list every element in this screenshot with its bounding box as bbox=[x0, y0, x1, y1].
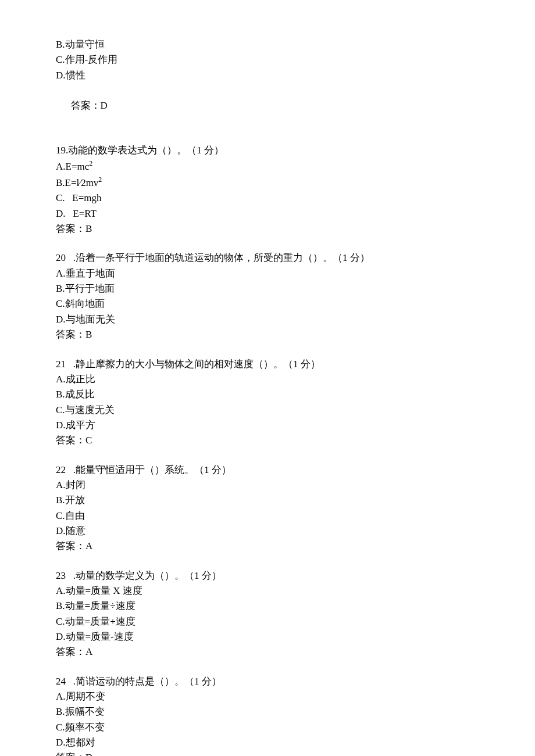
option-key: C. bbox=[56, 192, 72, 203]
option-key: B. bbox=[56, 600, 65, 611]
option-line: B.振幅不变 bbox=[56, 704, 479, 719]
option-text: 与地面无关 bbox=[66, 314, 115, 325]
option-sup: 2 bbox=[89, 159, 92, 167]
question-number: 21 bbox=[56, 359, 66, 370]
question-block: 23 .动量的数学定义为（）。（1 分）A.动量=质量 X 速度B.动量=质量÷… bbox=[56, 568, 479, 660]
option-line: B.成反比 bbox=[56, 387, 479, 402]
question-number: 19. bbox=[56, 145, 68, 156]
option-text: E=mgh bbox=[72, 192, 101, 203]
option-text: 动量=质量-速度 bbox=[66, 631, 134, 642]
block-gap bbox=[56, 660, 479, 674]
option-line: C.自由 bbox=[56, 508, 479, 524]
question-stem-text: .简谐运动的特点是（）。（1 分） bbox=[66, 676, 222, 687]
option-key: B. bbox=[56, 283, 65, 294]
question-stem: 23 .动量的数学定义为（）。（1 分） bbox=[56, 568, 479, 583]
option-line: D.与地面无关 bbox=[56, 312, 479, 327]
option-line: C.频率不变 bbox=[56, 720, 479, 735]
answer-line: 答案：D bbox=[56, 750, 479, 756]
document-page: B.动量守恒 C.作用-反作用 D.惯性 答案：D 19.动能的数学表达式为（）… bbox=[0, 0, 535, 756]
option-line: C.动量=质量+速度 bbox=[56, 614, 479, 629]
option-text: 垂直于地面 bbox=[66, 268, 115, 279]
option-line: C.作用-反作用 bbox=[56, 52, 479, 67]
option-text: 想都对 bbox=[66, 737, 95, 748]
option-text: 频率不变 bbox=[65, 722, 105, 733]
option-key: D. bbox=[56, 737, 66, 748]
option-line: A.成正比 bbox=[56, 372, 479, 387]
block-gap bbox=[56, 129, 479, 143]
questions-container: 19.动能的数学表达式为（）。（1 分）A.E=mc2B.E=l⁄2mv2C. … bbox=[56, 129, 479, 756]
block-gap bbox=[56, 237, 479, 250]
question-stem: 22 .能量守恒适用于（）系统。（1 分） bbox=[56, 463, 479, 478]
question-stem: 21 .静止摩擦力的大小与物体之间的相对速度（）。（1 分） bbox=[56, 357, 479, 372]
option-text: 开放 bbox=[65, 495, 85, 506]
question-stem-text: .沿着一条平行于地面的轨道运动的物体，所受的重力（）。（1 分） bbox=[66, 252, 370, 263]
option-text: 成正比 bbox=[66, 374, 95, 385]
option-line: B.动量=质量÷速度 bbox=[56, 599, 479, 614]
question-number: 24 bbox=[56, 676, 66, 687]
option-key: A. bbox=[56, 479, 66, 490]
option-line: A.垂直于地面 bbox=[56, 266, 479, 281]
option-line: C.与速度无关 bbox=[56, 403, 479, 418]
option-text: E=l⁄2mv bbox=[65, 177, 99, 188]
option-text: 自由 bbox=[65, 510, 85, 521]
option-line: A.动量=质量 X 速度 bbox=[56, 583, 479, 599]
option-text: 动量=质量 X 速度 bbox=[66, 585, 142, 596]
question-number: 23 bbox=[56, 570, 66, 581]
option-line: D.惯性 bbox=[56, 68, 479, 83]
question-stem-text: .能量守恒适用于（）系统。（1 分） bbox=[66, 464, 231, 475]
answer-value: D bbox=[85, 752, 92, 756]
question-stem: 20 .沿着一条平行于地面的轨道运动的物体，所受的重力（）。（1 分） bbox=[56, 250, 479, 266]
option-key: D. bbox=[56, 420, 66, 431]
option-key: B. bbox=[56, 706, 65, 717]
answer-value: B bbox=[85, 329, 92, 340]
answer-label: 答案： bbox=[56, 223, 85, 234]
question-number: 22 bbox=[56, 464, 66, 475]
option-key: C. bbox=[56, 510, 65, 521]
answer-value: D bbox=[101, 100, 108, 111]
option-text: E=RT bbox=[73, 208, 97, 219]
option-line: B.开放 bbox=[56, 493, 479, 508]
block-gap bbox=[56, 554, 479, 568]
option-key: A. bbox=[56, 374, 66, 385]
option-text: 随意 bbox=[66, 525, 85, 536]
answer-label: 答案： bbox=[71, 100, 101, 111]
option-key: D. bbox=[56, 631, 66, 642]
question-stem: 19.动能的数学表达式为（）。（1 分） bbox=[56, 143, 479, 158]
question-stem-text: 动能的数学表达式为（）。（1 分） bbox=[68, 145, 224, 156]
option-key: A. bbox=[56, 691, 66, 702]
option-line: D.想都对 bbox=[56, 735, 479, 750]
option-text: 振幅不变 bbox=[65, 706, 105, 717]
option-text: 动量=质量÷速度 bbox=[65, 600, 135, 611]
answer-value: A bbox=[85, 540, 92, 551]
answer-value: B bbox=[85, 223, 92, 234]
question-stem-text: .静止摩擦力的大小与物体之间的相对速度（）。（1 分） bbox=[66, 359, 320, 370]
question-number: 20 bbox=[56, 252, 66, 263]
pre-options-block: B.动量守恒 C.作用-反作用 D.惯性 答案：D bbox=[56, 37, 479, 129]
option-key: A. bbox=[56, 268, 66, 279]
block-gap bbox=[56, 343, 479, 357]
option-key: D. bbox=[56, 208, 73, 219]
option-line: B.动量守恒 bbox=[56, 37, 479, 52]
option-line: C.斜向地面 bbox=[56, 296, 479, 311]
option-key: C. bbox=[56, 616, 65, 627]
question-block: 21 .静止摩擦力的大小与物体之间的相对速度（）。（1 分）A.成正比B.成反比… bbox=[56, 357, 479, 449]
option-text: 封闭 bbox=[66, 479, 85, 490]
answer-line: 答案：A bbox=[56, 644, 479, 660]
answer-line: 答案：B bbox=[56, 327, 479, 342]
option-text: 平行于地面 bbox=[65, 283, 115, 294]
answer-label: 答案： bbox=[56, 435, 85, 446]
answer-line: 答案：C bbox=[56, 433, 479, 448]
answer-value: C bbox=[85, 435, 92, 446]
option-text: E=mc bbox=[66, 161, 90, 172]
option-line: B.平行于地面 bbox=[56, 281, 479, 296]
option-line: D.动量=质量-速度 bbox=[56, 629, 479, 644]
option-text: 动量=质量+速度 bbox=[65, 616, 135, 627]
option-key: C. bbox=[56, 404, 65, 415]
option-key: B. bbox=[56, 177, 65, 188]
option-text: 斜向地面 bbox=[65, 298, 105, 309]
option-key: D. bbox=[56, 525, 66, 536]
option-key: C. bbox=[56, 298, 65, 309]
option-text: 与速度无关 bbox=[65, 404, 115, 415]
question-block: 24 .简谐运动的特点是（）。（1 分）A.周期不变B.振幅不变C.频率不变D.… bbox=[56, 674, 479, 756]
answer-line: 答案：B bbox=[56, 221, 479, 237]
